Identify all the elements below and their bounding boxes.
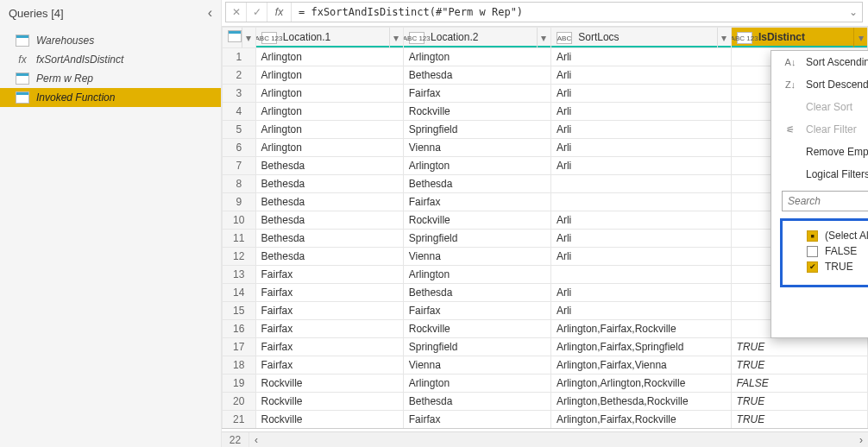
row-number[interactable]: 17	[223, 338, 256, 356]
cell-sortlocs[interactable]	[550, 175, 731, 193]
row-number[interactable]: 9	[223, 193, 256, 211]
cell-location2[interactable]: Bethesda	[403, 284, 550, 302]
cell-location1[interactable]: Fairfax	[255, 266, 403, 284]
chevron-down-icon[interactable]: ▾	[389, 28, 403, 47]
cell-location2[interactable]: Vienna	[403, 248, 550, 266]
cell-sortlocs[interactable]	[550, 193, 731, 211]
cell-location1[interactable]: Fairfax	[255, 302, 403, 320]
cell-location2[interactable]: Arlington	[403, 375, 550, 393]
row-number[interactable]: 19	[223, 375, 256, 393]
cell-sortlocs[interactable]: Arli	[550, 157, 731, 175]
query-item[interactable]: Perm w Rep	[0, 69, 221, 88]
row-number[interactable]: 4	[223, 103, 256, 121]
cell-location2[interactable]: Arlington	[403, 157, 550, 175]
cell-location2[interactable]: Springfield	[403, 121, 550, 139]
cell-location2[interactable]: Springfield	[403, 230, 550, 248]
cell-location2[interactable]: Bethesda	[403, 393, 550, 411]
cell-sortlocs[interactable]: Arlington,Fairfax,Rockville	[550, 411, 731, 429]
cell-isdistinct[interactable]: TRUE	[731, 338, 867, 356]
cell-location1[interactable]: Fairfax	[255, 284, 403, 302]
cell-location2[interactable]: Rockville	[403, 320, 550, 338]
row-number[interactable]: 5	[223, 121, 256, 139]
row-number[interactable]: 11	[223, 230, 256, 248]
row-number[interactable]: 7	[223, 157, 256, 175]
cell-sortlocs[interactable]: Arli	[550, 230, 731, 248]
row-number[interactable]: 3	[223, 85, 256, 103]
row-number[interactable]: 20	[223, 393, 256, 411]
grid-corner[interactable]: ▾	[223, 28, 256, 48]
cell-location1[interactable]: Bethesda	[255, 211, 403, 230]
cell-location1[interactable]: Bethesda	[255, 193, 403, 211]
cell-sortlocs[interactable]: Arli	[550, 103, 731, 121]
cell-location2[interactable]: Fairfax	[403, 193, 550, 211]
cell-location2[interactable]: Fairfax	[403, 411, 550, 429]
cell-sortlocs[interactable]: Arli	[550, 284, 731, 302]
cell-location1[interactable]: Bethesda	[255, 157, 403, 175]
cell-location1[interactable]: Bethesda	[255, 175, 403, 193]
cell-isdistinct[interactable]: TRUE	[731, 393, 867, 411]
query-item[interactable]: Warehouses	[0, 31, 221, 50]
row-number[interactable]: 14	[223, 284, 256, 302]
cell-location2[interactable]: Rockville	[403, 211, 550, 230]
cell-sortlocs[interactable]: Arli	[550, 139, 731, 157]
cell-sortlocs[interactable]: Arli	[550, 85, 731, 103]
cell-location1[interactable]: Arlington	[255, 121, 403, 139]
cell-location1[interactable]: Arlington	[255, 85, 403, 103]
formula-expand-icon[interactable]: ⌄	[845, 6, 862, 18]
cell-sortlocs[interactable]	[550, 266, 731, 284]
column-header-location1[interactable]: ABC 123 Location.1 ▾	[255, 28, 403, 48]
menu-sort-descending[interactable]: Z↓ Sort Descending	[771, 73, 868, 96]
row-number[interactable]: 16	[223, 320, 256, 338]
cell-location2[interactable]: Fairfax	[403, 302, 550, 320]
filter-option-false[interactable]: FALSE	[807, 243, 868, 259]
formula-commit-icon[interactable]: ✓	[247, 3, 267, 22]
chevron-down-icon[interactable]: ▾	[242, 28, 255, 47]
column-header-isdistinct[interactable]: ABC 123 IsDistinct ▾	[731, 28, 867, 48]
cell-location1[interactable]: Fairfax	[255, 320, 403, 338]
collapse-pane-icon[interactable]	[208, 5, 212, 21]
cell-location1[interactable]: Bethesda	[255, 230, 403, 248]
scroll-left-icon[interactable]: ‹	[249, 434, 263, 446]
cell-isdistinct[interactable]: FALSE	[731, 375, 867, 393]
cell-sortlocs[interactable]: Arli	[550, 48, 731, 66]
checkbox-checked-icon[interactable]	[807, 261, 818, 273]
chevron-down-icon[interactable]: ▾	[717, 28, 731, 47]
row-number[interactable]: 18	[223, 356, 256, 375]
cell-location1[interactable]: Rockville	[255, 375, 403, 393]
cell-sortlocs[interactable]: Arlington,Fairfax,Springfield	[550, 338, 731, 356]
cell-sortlocs[interactable]: Arli	[550, 66, 731, 85]
cell-location2[interactable]: Vienna	[403, 139, 550, 157]
cell-location2[interactable]: Springfield	[403, 338, 550, 356]
cell-location2[interactable]: Arlington	[403, 266, 550, 284]
scroll-thumb[interactable]	[267, 436, 851, 444]
cell-sortlocs[interactable]: Arlington,Arlington,Rockville	[550, 375, 731, 393]
cell-sortlocs[interactable]: Arli	[550, 302, 731, 320]
cell-location1[interactable]: Arlington	[255, 48, 403, 66]
row-number[interactable]: 13	[223, 266, 256, 284]
chevron-down-icon[interactable]: ▾	[853, 28, 867, 47]
filter-option-true[interactable]: TRUE	[807, 259, 868, 274]
filter-search-input[interactable]	[782, 191, 868, 211]
cell-location2[interactable]: Rockville	[403, 103, 550, 121]
row-number[interactable]: 21	[223, 411, 256, 429]
cell-sortlocs[interactable]: Arlington,Fairfax,Rockville	[550, 320, 731, 338]
cell-sortlocs[interactable]: Arlington,Fairfax,Vienna	[550, 356, 731, 375]
cell-location1[interactable]: Arlington	[255, 103, 403, 121]
formula-cancel-icon[interactable]: ✕	[226, 3, 247, 22]
cell-location2[interactable]: Vienna	[403, 356, 550, 375]
cell-location1[interactable]: Fairfax	[255, 338, 403, 356]
cell-location2[interactable]: Bethesda	[403, 66, 550, 85]
horizontal-scrollbar[interactable]: 22 ‹ ›	[222, 431, 868, 447]
checkbox-indeterminate-icon[interactable]	[807, 230, 818, 242]
row-number[interactable]: 2	[223, 66, 256, 85]
cell-sortlocs[interactable]: Arli	[550, 248, 731, 266]
cell-location1[interactable]: Rockville	[255, 411, 403, 429]
cell-sortlocs[interactable]: Arli	[550, 211, 731, 230]
row-number[interactable]: 10	[223, 211, 256, 230]
row-number[interactable]: 1	[223, 48, 256, 66]
row-number[interactable]: 6	[223, 139, 256, 157]
menu-sort-ascending[interactable]: A↓ Sort Ascending	[771, 51, 868, 73]
menu-remove-empty[interactable]: Remove Empty	[771, 141, 868, 163]
row-number[interactable]: 15	[223, 302, 256, 320]
checkbox-unchecked-icon[interactable]	[807, 246, 818, 257]
